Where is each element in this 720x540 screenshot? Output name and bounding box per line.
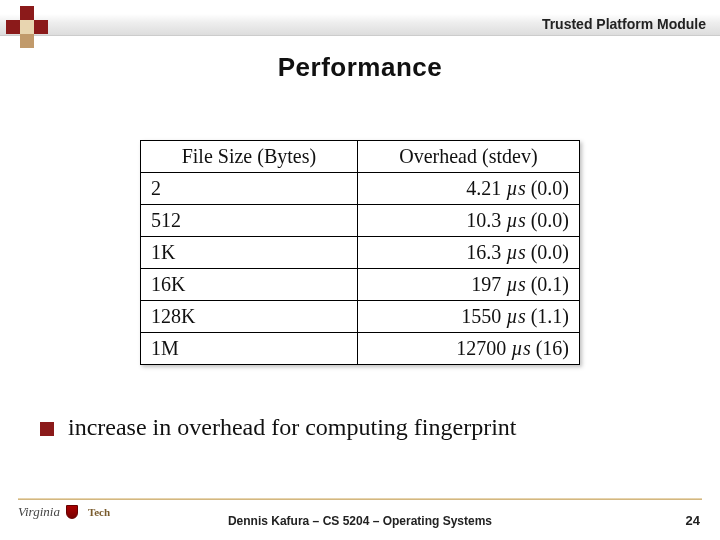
bullet-item: increase in overhead for computing finge… — [40, 414, 680, 441]
table-row: 16K 197 µs (0.1) — [141, 269, 580, 301]
footer: Virginia Tech Dennis Kafura – CS 5204 – … — [0, 504, 720, 528]
cell-size: 512 — [141, 205, 358, 237]
table-row: 2 4.21 µs (0.0) — [141, 173, 580, 205]
bullet-text: increase in overhead for computing finge… — [68, 414, 517, 441]
cell-size: 2 — [141, 173, 358, 205]
bullet-square-icon — [40, 422, 54, 436]
slide-title: Performance — [0, 52, 720, 83]
header-topic: Trusted Platform Module — [542, 16, 706, 32]
cell-overhead: 197 µs (0.1) — [357, 269, 579, 301]
table-row: 1K 16.3 µs (0.0) — [141, 237, 580, 269]
footer-divider — [18, 498, 702, 500]
footer-text: Dennis Kafura – CS 5204 – Operating Syst… — [0, 514, 720, 528]
page-number: 24 — [686, 513, 700, 528]
performance-table: File Size (Bytes) Overhead (stdev) 2 4.2… — [140, 140, 580, 365]
col-header-filesize: File Size (Bytes) — [141, 141, 358, 173]
cell-size: 1M — [141, 333, 358, 365]
table-header-row: File Size (Bytes) Overhead (stdev) — [141, 141, 580, 173]
cell-overhead: 12700 µs (16) — [357, 333, 579, 365]
col-header-overhead: Overhead (stdev) — [357, 141, 579, 173]
table-row: 512 10.3 µs (0.0) — [141, 205, 580, 237]
cell-size: 16K — [141, 269, 358, 301]
table-row: 128K 1550 µs (1.1) — [141, 301, 580, 333]
cell-overhead: 4.21 µs (0.0) — [357, 173, 579, 205]
cell-size: 1K — [141, 237, 358, 269]
corner-decoration — [6, 6, 56, 46]
cell-overhead: 10.3 µs (0.0) — [357, 205, 579, 237]
cell-overhead: 1550 µs (1.1) — [357, 301, 579, 333]
cell-size: 128K — [141, 301, 358, 333]
table-row: 1M 12700 µs (16) — [141, 333, 580, 365]
cell-overhead: 16.3 µs (0.0) — [357, 237, 579, 269]
